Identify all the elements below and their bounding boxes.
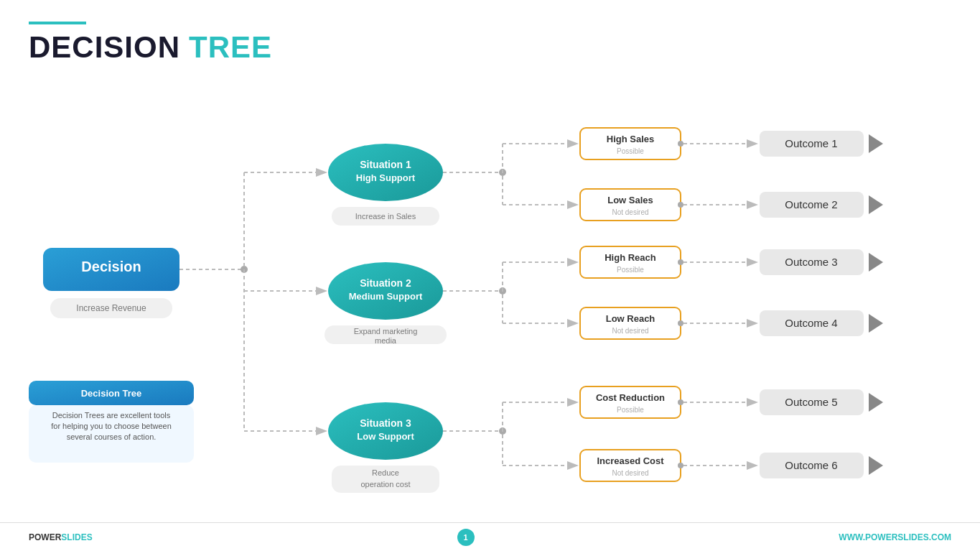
situation3-subtitle: Low Support: [357, 431, 414, 442]
situation2-label-line1: Expand marketing: [354, 327, 418, 335]
arrow-c6: [567, 461, 579, 470]
diagram-svg: Decision Increase Revenue Decision Tree …: [0, 72, 980, 524]
chance1-label: High Sales: [607, 134, 654, 144]
chance3-dot: [678, 259, 683, 265]
decision-sublabel-text: Increase Revenue: [76, 303, 146, 313]
info-body-line3: several courses of action.: [67, 432, 157, 441]
outcome5-label: Outcome 5: [785, 396, 837, 408]
arrow-o4: [747, 319, 758, 328]
chance3-status: Possible: [617, 266, 644, 274]
arrow-c5: [567, 398, 579, 407]
footer-brand-part2: SLIDES: [61, 532, 92, 542]
chance2-status: Not desired: [612, 208, 648, 216]
footer-page-number: 1: [457, 529, 475, 546]
situation2-label-line2: media: [375, 336, 397, 345]
chance6-dot: [678, 463, 683, 468]
chance2-dot: [678, 202, 683, 208]
arrow-s1: [316, 168, 327, 177]
outcome6-label: Outcome 6: [785, 459, 837, 471]
outcome3-label: Outcome 3: [785, 256, 837, 268]
title-tree: TREE: [189, 30, 272, 65]
arrow-o1: [747, 139, 758, 148]
outcome2-arrow: [869, 195, 883, 214]
outcome1-arrow: [869, 134, 883, 153]
page: DECISION TREE Decision Increase Revenue …: [0, 0, 980, 551]
chance5-label: Cost Reduction: [596, 392, 665, 403]
chance4-dot: [678, 320, 683, 326]
outcome2-label: Outcome 2: [785, 198, 837, 210]
footer-url: WWW.POWERSLIDES.COM: [839, 532, 951, 542]
arrow-s2: [316, 287, 327, 295]
arrow-o6: [747, 461, 758, 470]
chance5-dot: [678, 399, 683, 405]
chance3-label: High Reach: [605, 252, 656, 263]
arrow-o5: [747, 398, 758, 407]
chance6-status: Not desired: [612, 469, 648, 477]
title-decision: DECISION: [29, 30, 180, 65]
footer-brand: POWERSLIDES: [29, 532, 93, 542]
arrow-c1: [567, 139, 579, 148]
header-accent: [29, 22, 86, 24]
chance5-status: Possible: [617, 406, 644, 414]
situation2-title: Situation 2: [360, 277, 411, 289]
title-row: DECISION TREE: [29, 30, 951, 65]
decision-label: Decision: [81, 259, 141, 274]
info-body-line2: for helping you to choose between: [51, 422, 172, 430]
situation3-title: Situation 3: [360, 417, 411, 429]
arrow-s3: [316, 427, 327, 435]
outcome6-arrow: [869, 456, 883, 475]
chance1-status: Possible: [617, 147, 644, 155]
chance4-status: Not desired: [612, 327, 648, 335]
situation3-label-line1: Reduce: [372, 468, 399, 477]
situation1-label: Increase in Sales: [355, 212, 416, 221]
info-title-text: Decision Tree: [81, 388, 142, 399]
situation1-subtitle: High Support: [356, 172, 416, 183]
info-body-line1: Decision Trees are excellent tools: [52, 411, 171, 420]
outcome4-arrow: [869, 314, 883, 333]
footer-brand-part1: POWER: [29, 532, 61, 542]
arrow-o2: [747, 200, 758, 209]
arrow-c2: [567, 200, 579, 209]
chance2-label: Low Sales: [607, 195, 653, 205]
situation1-title: Situation 1: [360, 159, 411, 170]
arrow-o3: [747, 258, 758, 267]
outcome3-arrow: [869, 253, 883, 272]
situation3-label-line2: operation cost: [360, 480, 410, 489]
chance1-dot: [678, 141, 683, 147]
situation2-subtitle: Medium Support: [349, 291, 423, 302]
chance4-label: Low Reach: [606, 313, 655, 324]
arrow-c3: [567, 258, 579, 267]
outcome4-label: Outcome 4: [785, 317, 837, 329]
chance6-label: Increased Cost: [597, 455, 664, 466]
arrow-c4: [567, 319, 579, 328]
footer: POWERSLIDES 1 WWW.POWERSLIDES.COM: [0, 522, 980, 551]
outcome1-label: Outcome 1: [785, 137, 837, 149]
outcome5-arrow: [869, 393, 883, 412]
